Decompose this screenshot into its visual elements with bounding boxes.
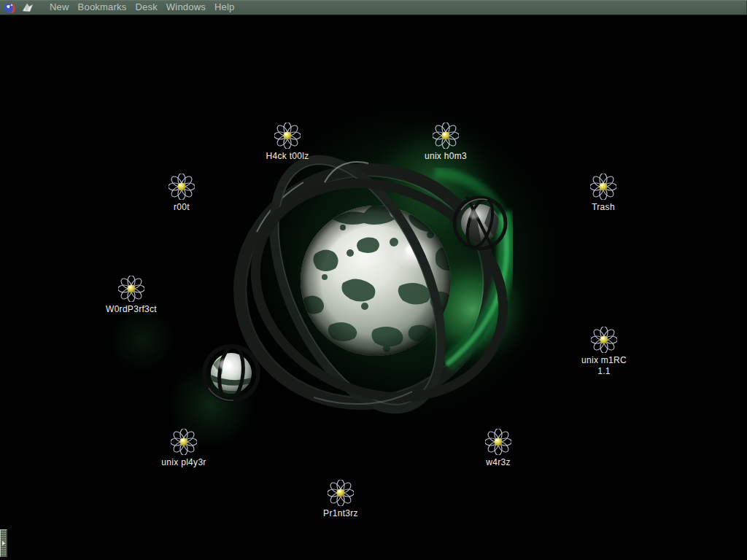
atom-icon (274, 122, 301, 149)
desktop-icon-w0rdp3rf3ct[interactable]: W0rdP3rf3ct (91, 276, 171, 315)
panel-hide-button[interactable] (0, 529, 7, 557)
atom-icon (118, 276, 144, 302)
logo-icon[interactable] (3, 1, 17, 14)
desktop-icon-label: W0rdP3rf3ct (106, 304, 157, 315)
desktop-icon-label: Pr1nt3rz (323, 508, 358, 519)
menu-item-bookmarks[interactable]: Bookmarks (74, 0, 131, 15)
atom-icon (591, 327, 617, 353)
menubar-icon-area (0, 0, 39, 15)
right-arrow-icon (2, 541, 5, 545)
atom-icon (328, 480, 354, 506)
desktop-icon-label: r00t (174, 202, 190, 213)
menu-item-help[interactable]: Help (210, 0, 239, 15)
files-icon[interactable] (21, 1, 35, 14)
atom-icon (169, 174, 195, 200)
menubar: New Bookmarks Desk Windows Help (0, 0, 747, 15)
desktop-icon-label: H4ck t00lz (266, 151, 309, 162)
desktop-icon-w4r3z[interactable]: w4r3z (458, 429, 538, 468)
desktop-icon-pr1nt3rz[interactable]: Pr1nt3rz (301, 480, 381, 519)
atom-icon (485, 429, 511, 455)
desktop-icon-trash[interactable]: Trash (563, 174, 643, 213)
desktop-icon-h4ck-t00lz[interactable]: H4ck t00lz (247, 122, 328, 162)
menu-item-desk[interactable]: Desk (131, 0, 161, 15)
atom-icon (590, 174, 616, 200)
desktop-icon-unix-pl4y3r[interactable]: unix pl4y3r (144, 429, 224, 468)
atom-icon (171, 429, 197, 455)
satellite-sphere-upper-right (446, 190, 514, 257)
desktop-icon-label: unix h0m3 (425, 151, 467, 162)
menu-items: New Bookmarks Desk Windows Help (45, 0, 239, 15)
desktop-icon-label: unix m1RC (581, 355, 627, 366)
desktop-icon-label: Trash (592, 202, 615, 213)
desktop-icon-label: unix pl4y3r (161, 457, 206, 468)
atom-icon (433, 122, 459, 149)
menu-item-windows[interactable]: Windows (162, 0, 210, 15)
desktop-icon-r00t[interactable]: r00t (142, 174, 222, 213)
desktop-icon-unix-h0m3[interactable]: unix h0m3 (406, 122, 486, 162)
desktop-icon-label-line2: 1.1 (597, 366, 611, 377)
desktop-icon-unix-m1rc[interactable]: unix m1RC 1.1 (564, 327, 644, 377)
desktop-icon-label: w4r3z (486, 457, 511, 468)
menu-item-new[interactable]: New (45, 0, 74, 15)
satellite-sphere-lower-left (204, 346, 258, 402)
